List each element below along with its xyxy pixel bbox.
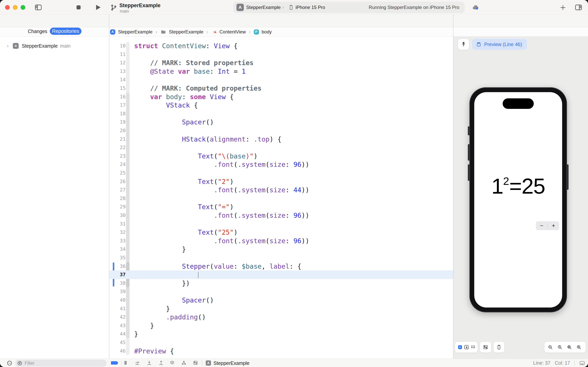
source-code[interactable]: .font(.system(size: 96))	[134, 211, 309, 220]
source-code[interactable]: @State var base: Int = 1	[134, 67, 246, 76]
line-number[interactable]: 12	[109, 58, 126, 67]
source-code[interactable]: // MARK: Computed properties	[134, 84, 261, 92]
line-number[interactable]: 17	[109, 101, 126, 109]
code-line[interactable]: 33 .font(.system(size: 96))	[109, 237, 453, 245]
source-code[interactable]: struct ContentView: View {	[134, 42, 238, 50]
code-line[interactable]: 10struct ContentView: View {	[109, 42, 453, 50]
code-line[interactable]: 29 Text("=")	[109, 202, 453, 211]
repository-row[interactable]: › ✕ StepperExample main	[0, 42, 109, 50]
line-number[interactable]: 31	[109, 220, 126, 228]
line-number[interactable]: 43	[109, 321, 126, 330]
filter-input[interactable]	[24, 360, 98, 366]
line-number[interactable]: 39	[109, 287, 126, 296]
device-settings-button[interactable]	[483, 344, 488, 350]
code-line[interactable]: 18	[109, 109, 453, 118]
code-line[interactable]: 32 Text("25")	[109, 228, 453, 237]
code-line[interactable]: 35	[109, 253, 453, 262]
line-number[interactable]: 28	[109, 194, 126, 203]
breadcrumb-project[interactable]: StepperExample	[118, 29, 152, 35]
code-line[interactable]: 37	[109, 270, 453, 279]
zoom-window-button[interactable]	[21, 5, 25, 10]
line-number[interactable]: 40	[109, 296, 126, 304]
code-line[interactable]: 46#Preview {	[109, 347, 453, 355]
line-number[interactable]: 25	[109, 169, 126, 177]
code-line[interactable]: 24 .font(.system(size: 96))	[109, 160, 453, 169]
run-button[interactable]	[94, 3, 102, 11]
breadcrumb-symbol[interactable]: body	[262, 29, 272, 35]
line-number[interactable]: 18	[109, 109, 126, 118]
memory-graph-button[interactable]	[181, 360, 186, 366]
pointer-button[interactable]	[464, 344, 469, 350]
code-line[interactable]: 20	[109, 126, 453, 135]
source-code[interactable]: }	[134, 245, 186, 253]
code-line[interactable]: 42 .padding()	[109, 313, 453, 321]
disclosure-chevron-icon[interactable]: ›	[7, 43, 8, 49]
tab-repositories[interactable]: Repositories	[50, 28, 82, 35]
live-button[interactable]	[457, 344, 463, 350]
source-code[interactable]: }	[134, 330, 138, 338]
run-destination-selector[interactable]: iPhone 15 Pro	[295, 5, 325, 10]
code-line[interactable]: 36 Stepper(value: $base, label: {	[109, 262, 453, 271]
code-line[interactable]: 15 // MARK: Computed properties	[109, 84, 453, 92]
source-code[interactable]: .padding()	[134, 313, 206, 321]
line-number[interactable]: 22	[109, 143, 126, 152]
preview-divider[interactable]	[453, 15, 454, 367]
line-number[interactable]: 30	[109, 211, 126, 220]
code-line[interactable]: 31	[109, 220, 453, 228]
code-line[interactable]: 23 Text("\(base)")	[109, 152, 453, 160]
variants-button[interactable]	[470, 344, 476, 350]
code-line[interactable]: 30 .font(.system(size: 96))	[109, 211, 453, 220]
zoom-fit-button[interactable]	[567, 344, 572, 350]
code-line[interactable]: 16 var body: some View {	[109, 92, 453, 101]
line-number[interactable]: 38	[109, 279, 126, 287]
environment-overrides-button[interactable]	[193, 360, 198, 366]
step-over-button[interactable]	[135, 360, 140, 366]
line-number[interactable]: 44	[109, 330, 126, 338]
scheme-selector[interactable]: StepperExample	[246, 5, 281, 10]
source-code[interactable]: var body: some View {	[134, 92, 234, 101]
breadcrumb-file[interactable]: ContentView	[219, 29, 246, 35]
code-line[interactable]: 22	[109, 143, 453, 152]
code-line[interactable]: 11	[109, 50, 453, 59]
breadcrumb-group[interactable]: StepperExample	[169, 29, 203, 35]
zoom-100-button[interactable]	[557, 344, 563, 350]
code-line[interactable]: 28	[109, 194, 453, 203]
line-number[interactable]: 11	[109, 50, 126, 59]
step-into-button[interactable]	[147, 360, 152, 366]
debug-target-label[interactable]: StepperExample	[213, 360, 250, 366]
step-out-button[interactable]	[159, 360, 164, 366]
code-line[interactable]: 13 @State var base: Int = 1	[109, 67, 453, 76]
line-number[interactable]: 29	[109, 202, 126, 211]
code-line[interactable]: 43 }	[109, 321, 453, 330]
line-number[interactable]: 19	[109, 118, 126, 126]
line-number[interactable]: 13	[109, 67, 126, 76]
line-number[interactable]: 34	[109, 245, 126, 253]
stepper-decrement-button[interactable]: −	[536, 221, 547, 230]
toggle-right-sidebar-icon[interactable]	[574, 3, 583, 11]
close-window-button[interactable]	[5, 5, 10, 10]
line-number[interactable]: 42	[109, 313, 126, 321]
source-code[interactable]: // MARK: Stored properties	[134, 58, 253, 67]
source-code[interactable]: #Preview {	[134, 347, 174, 355]
zoom-out-button[interactable]	[547, 344, 553, 350]
iphone-screen[interactable]: 1 2 = 25 − +	[474, 92, 562, 308]
source-code[interactable]: Text("\(base)")	[134, 152, 258, 160]
code-line[interactable]: 44}	[109, 330, 453, 338]
line-number[interactable]: 21	[109, 135, 126, 143]
code-line[interactable]: 40 Spacer()	[109, 296, 453, 304]
code-editor[interactable]: 10struct ContentView: View {1112 // MARK…	[109, 37, 453, 359]
code-line[interactable]: 14	[109, 75, 453, 84]
source-code[interactable]: })	[134, 279, 190, 287]
zoom-in-button[interactable]	[576, 344, 582, 350]
source-code[interactable]: Stepper(value: $base, label: {	[134, 262, 301, 271]
cloud-sync-icon[interactable]	[471, 4, 480, 11]
line-number[interactable]: 16	[109, 92, 126, 101]
filter-field[interactable]	[15, 360, 107, 367]
line-number[interactable]: 41	[109, 304, 126, 313]
source-code[interactable]: HStack(alignment: .top) {	[134, 135, 281, 143]
source-code[interactable]: Spacer()	[134, 296, 214, 304]
source-code[interactable]: .font(.system(size: 96))	[134, 237, 309, 245]
line-number[interactable]: 32	[109, 228, 126, 237]
source-code[interactable]: Text("=")	[134, 202, 234, 211]
minimize-window-button[interactable]	[13, 5, 17, 10]
